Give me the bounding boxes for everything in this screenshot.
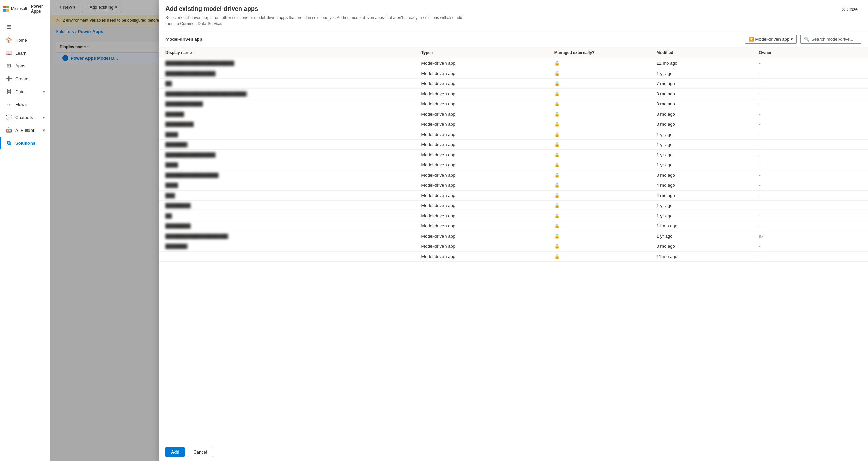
solutions-icon: ⧉ [6,140,12,146]
col-sort-display-name[interactable]: Display name ↕ [165,50,421,55]
dialog-table-row[interactable]: ███████ Model-driven app 🔒 3 mo ago - [159,241,868,252]
row-type: Model-driven app [421,61,554,66]
row-name: ████ [165,132,421,137]
sidebar-label-learn: Learn [15,51,26,56]
type-filter-dropdown[interactable]: 🔽 Model-driven app ▾ [745,35,797,44]
dialog-table-row[interactable]: ████████ Model-driven app 🔒 11 mo ago - [159,221,868,231]
row-owner: - [759,183,861,188]
sidebar-item-solutions[interactable]: ⧉ Solutions [0,137,50,149]
dialog-table-row[interactable]: ████████ Model-driven app 🔒 1 yr ago - [159,201,868,211]
dialog-table-row[interactable]: ██ Model-driven app 🔒 1 yr ago - [159,211,868,221]
dialog-table-row[interactable]: ███████ Model-driven app 🔒 1 yr ago - [159,140,868,150]
row-name: ████████ [165,223,421,228]
dialog-close-button[interactable]: ✕ Close [838,5,861,13]
ms-grid-icon [3,6,9,12]
row-modified: 1 yr ago [656,71,759,76]
row-modified: 1 yr ago [656,203,759,208]
sidebar-label-create: Create [15,76,28,81]
ai-expand-icon: ∨ [43,128,45,132]
dialog-table-row[interactable]: █████████ Model-driven app 🔒 3 mo ago - [159,119,868,129]
dialog-table-row[interactable]: ████████████████ Model-driven app 🔒 1 yr… [159,68,868,79]
dialog-table-row[interactable]: ██████████████████████ Model-driven app … [159,58,868,68]
dialog-table-row[interactable]: ██ Model-driven app 🔒 7 mo ago - [159,79,868,89]
row-type: Model-driven app [421,203,554,208]
row-modified: 11 mo ago [656,223,759,228]
dialog-table-row[interactable]: ████ Model-driven app 🔒 1 yr ago - [159,129,868,140]
sidebar-item-ai-builder[interactable]: 🤖 AI Builder ∨ [0,124,50,137]
dialog-table-row[interactable]: ████████████████ Model-driven app 🔒 1 yr… [159,150,868,160]
lock-icon: 🔒 [554,223,657,228]
add-button[interactable]: Add [165,447,185,457]
dialog-panel: Add existing model-driven apps Select mo… [159,0,868,461]
dialog-table-row[interactable]: ████ Model-driven app 🔒 1 yr ago - [159,160,868,170]
row-owner: - [759,122,861,127]
dialog-table-row[interactable]: ███ Model-driven app 🔒 4 mo ago - [159,191,868,201]
dialog-table-row[interactable]: █████████████████ Model-driven app 🔒 8 m… [159,170,868,180]
dialog-search-box[interactable]: 🔍 Search model-drive... [800,35,861,44]
sidebar-label-chatbots: Chatbots [15,115,33,120]
row-modified: 3 mo ago [656,101,759,106]
dialog-table-row[interactable]: ████████████████████ Model-driven app 🔒 … [159,231,868,241]
lock-icon: 🔒 [554,61,657,66]
row-modified: 4 mo ago [656,193,759,198]
row-type: Model-driven app [421,81,554,86]
sidebar-item-home[interactable]: 🏠 Home [0,34,50,46]
sidebar-item-create[interactable]: ➕ Create [0,72,50,85]
row-modified: 3 mo ago [656,244,759,249]
sidebar-item-chatbots[interactable]: 💬 Chatbots ∨ [0,111,50,124]
row-modified: 1 yr ago [656,234,759,239]
sidebar-item-learn[interactable]: 📖 Learn [0,46,50,59]
row-type: Model-driven app [421,234,554,239]
row-name: ████████ [165,203,421,208]
dialog-table-row[interactable]: Model-driven app 🔒 11 mo ago - [159,252,868,262]
close-label: Close [847,7,858,12]
row-name: ██ [165,213,421,218]
row-type: Model-driven app [421,244,554,249]
row-type: Model-driven app [421,142,554,147]
sidebar-item-flows[interactable]: ↔ Flows [0,98,50,111]
row-owner: - [759,81,861,86]
row-name [165,254,421,259]
dialog-filter-label: model-driven app [165,37,202,42]
row-name: ██████████████████████████ [165,91,421,96]
row-owner: - [759,244,861,249]
lock-icon: 🔒 [554,183,657,188]
dialog-title: Add existing model-driven apps [165,5,471,13]
lock-icon: 🔒 [554,142,657,147]
row-name: ████ [165,162,421,167]
sidebar-item-apps[interactable]: ⊞ Apps [0,59,50,72]
row-type: Model-driven app [421,193,554,198]
row-type: Model-driven app [421,71,554,76]
dialog-table-row[interactable]: ████ Model-driven app 🔒 4 mo ago - [159,180,868,191]
dialog-table-row[interactable]: ██████ Model-driven app 🔒 8 mo ago - [159,109,868,119]
row-name: ████████████████ [165,71,421,76]
row-name: ████ [165,183,421,188]
sidebar-header: Microsoft Power Apps [0,0,50,18]
row-name: ██████████████████████ [165,61,421,66]
lock-icon: 🔒 [554,101,657,106]
main-area: + New ▾ + Add existing ▾ ⚠ 2 environment… [50,0,868,461]
home-icon: 🏠 [6,37,12,43]
lock-icon: 🔒 [554,244,657,249]
sort-icon-name: ↕ [193,51,195,55]
row-owner: a- [759,234,861,239]
sidebar-collapse[interactable]: ☰ [0,21,50,34]
row-owner: - [759,193,861,198]
data-icon: 🗄 [6,88,12,95]
lock-icon: 🔒 [554,71,657,76]
cancel-button[interactable]: Cancel [188,447,213,457]
col-sort-type[interactable]: Type ↕ [421,50,554,55]
sidebar-label-home: Home [15,38,27,43]
dialog-table-row[interactable]: ██████████████████████████ Model-driven … [159,89,868,99]
lock-icon: 🔒 [554,234,657,239]
filter-chevron-icon: ▾ [791,37,793,42]
row-owner: - [759,71,861,76]
row-name: ███ [165,193,421,198]
sidebar-item-data[interactable]: 🗄 Data ∨ [0,85,50,98]
dialog-table-row[interactable]: ████████████ Model-driven app 🔒 3 mo ago… [159,99,868,109]
ms-logo: Microsoft [3,6,27,12]
row-modified: 1 yr ago [656,162,759,167]
sort-icon-type: ↕ [432,51,434,55]
col-owner-label: Owner [759,50,861,55]
sidebar-label-data: Data [15,89,24,94]
